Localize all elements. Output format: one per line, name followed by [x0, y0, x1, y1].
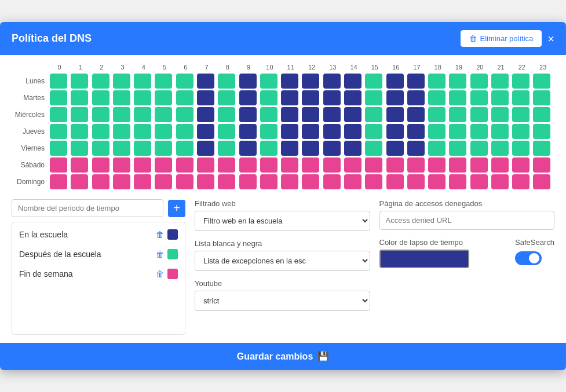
- grid-cell[interactable]: [449, 107, 468, 122]
- grid-cell[interactable]: [323, 107, 342, 122]
- grid-cell[interactable]: [176, 141, 195, 156]
- safesearch-toggle[interactable]: [515, 251, 542, 265]
- grid-cell[interactable]: [449, 174, 468, 189]
- grid-cell[interactable]: [239, 174, 258, 189]
- grid-cell[interactable]: [281, 74, 300, 89]
- grid-cell[interactable]: [491, 141, 510, 156]
- grid-cell[interactable]: [239, 74, 258, 89]
- grid-cell[interactable]: [176, 107, 195, 122]
- grid-cell[interactable]: [386, 74, 406, 89]
- grid-cell[interactable]: [50, 174, 69, 189]
- grid-cell[interactable]: [512, 141, 531, 156]
- grid-cell[interactable]: [218, 174, 237, 189]
- grid-cell[interactable]: [50, 107, 69, 122]
- delete-policy-button[interactable]: 🗑 Eliminar política: [461, 30, 542, 47]
- grid-cell[interactable]: [71, 124, 90, 139]
- grid-cell[interactable]: [470, 90, 490, 105]
- grid-cell[interactable]: [155, 174, 174, 189]
- grid-cell[interactable]: [449, 124, 468, 139]
- grid-cell[interactable]: [365, 90, 384, 105]
- trash-icon[interactable]: 🗑: [156, 250, 164, 259]
- grid-cell[interactable]: [176, 90, 195, 105]
- color-swatch[interactable]: [379, 250, 469, 268]
- grid-cell[interactable]: [134, 141, 153, 156]
- grid-cell[interactable]: [197, 107, 216, 122]
- grid-cell[interactable]: [92, 74, 111, 89]
- grid-cell[interactable]: [260, 107, 279, 122]
- grid-cell[interactable]: [50, 90, 69, 105]
- grid-cell[interactable]: [218, 157, 237, 173]
- grid-cell[interactable]: [197, 124, 216, 139]
- period-item[interactable]: En la escuela🗑: [12, 225, 185, 244]
- grid-cell[interactable]: [386, 107, 406, 122]
- grid-cell[interactable]: [239, 141, 258, 156]
- grid-cell[interactable]: [113, 90, 132, 105]
- grid-cell[interactable]: [365, 124, 384, 139]
- grid-cell[interactable]: [302, 124, 321, 139]
- grid-cell[interactable]: [155, 141, 174, 156]
- grid-cell[interactable]: [533, 141, 553, 156]
- grid-cell[interactable]: [155, 74, 174, 89]
- grid-cell[interactable]: [239, 157, 258, 173]
- grid-cell[interactable]: [512, 174, 531, 189]
- period-item[interactable]: Después de la escuela🗑: [12, 244, 185, 264]
- access-denied-input[interactable]: [379, 211, 555, 230]
- grid-cell[interactable]: [491, 174, 510, 189]
- grid-cell[interactable]: [92, 157, 111, 173]
- grid-cell[interactable]: [491, 74, 510, 89]
- grid-cell[interactable]: [512, 90, 531, 105]
- grid-cell[interactable]: [260, 174, 279, 189]
- grid-cell[interactable]: [470, 107, 490, 122]
- grid-cell[interactable]: [386, 90, 406, 105]
- grid-cell[interactable]: [218, 124, 237, 139]
- grid-cell[interactable]: [260, 157, 279, 173]
- grid-cell[interactable]: [155, 90, 174, 105]
- grid-cell[interactable]: [491, 124, 510, 139]
- grid-cell[interactable]: [302, 141, 321, 156]
- grid-cell[interactable]: [281, 157, 300, 173]
- grid-cell[interactable]: [428, 107, 447, 122]
- grid-cell[interactable]: [260, 74, 279, 89]
- grid-cell[interactable]: [281, 174, 300, 189]
- grid-cell[interactable]: [155, 157, 174, 173]
- grid-cell[interactable]: [470, 124, 490, 139]
- grid-cell[interactable]: [491, 107, 510, 122]
- period-item[interactable]: Fin de semana🗑: [12, 264, 185, 284]
- grid-cell[interactable]: [323, 141, 342, 156]
- grid-cell[interactable]: [323, 90, 342, 105]
- grid-cell[interactable]: [302, 74, 321, 89]
- grid-cell[interactable]: [428, 74, 447, 89]
- grid-cell[interactable]: [218, 107, 237, 122]
- grid-cell[interactable]: [491, 157, 510, 173]
- grid-cell[interactable]: [155, 124, 174, 139]
- grid-cell[interactable]: [428, 141, 447, 156]
- grid-cell[interactable]: [344, 107, 363, 122]
- grid-cell[interactable]: [176, 74, 195, 89]
- grid-cell[interactable]: [365, 157, 384, 173]
- grid-cell[interactable]: [533, 74, 553, 89]
- grid-cell[interactable]: [155, 107, 174, 122]
- grid-cell[interactable]: [344, 74, 363, 89]
- grid-cell[interactable]: [449, 90, 468, 105]
- grid-cell[interactable]: [407, 90, 426, 105]
- grid-cell[interactable]: [71, 90, 90, 105]
- grid-cell[interactable]: [134, 107, 153, 122]
- grid-cell[interactable]: [407, 107, 426, 122]
- grid-cell[interactable]: [470, 174, 490, 189]
- grid-cell[interactable]: [197, 174, 216, 189]
- grid-cell[interactable]: [533, 174, 553, 189]
- grid-cell[interactable]: [386, 174, 406, 189]
- grid-cell[interactable]: [134, 90, 153, 105]
- grid-cell[interactable]: [323, 74, 342, 89]
- grid-cell[interactable]: [428, 90, 447, 105]
- grid-cell[interactable]: [512, 157, 531, 173]
- grid-cell[interactable]: [197, 90, 216, 105]
- trash-icon[interactable]: 🗑: [156, 269, 164, 279]
- grid-cell[interactable]: [134, 174, 153, 189]
- grid-cell[interactable]: [344, 157, 363, 173]
- grid-cell[interactable]: [50, 141, 69, 156]
- grid-cell[interactable]: [302, 174, 321, 189]
- grid-cell[interactable]: [50, 124, 69, 139]
- grid-cell[interactable]: [260, 124, 279, 139]
- grid-cell[interactable]: [92, 107, 111, 122]
